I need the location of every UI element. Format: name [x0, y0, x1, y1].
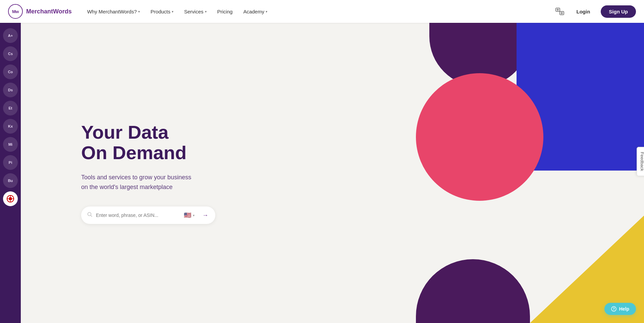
navbar-right: Login Sign Up: [554, 5, 636, 18]
hero-content: Your Data On Demand Tools and services t…: [21, 122, 215, 224]
sidebar-item-a[interactable]: A+: [3, 28, 18, 43]
sidebar-item-bu[interactable]: Bu: [3, 173, 18, 188]
sidebar-item-mi[interactable]: Mi: [3, 137, 18, 152]
signup-button[interactable]: Sign Up: [601, 5, 636, 18]
nav-links: Why MerchantWords? ▾ Products ▾ Services…: [83, 6, 554, 17]
login-button[interactable]: Login: [571, 6, 596, 17]
search-box: 🇺🇸 ▾ →: [81, 206, 215, 224]
sidebar-item-kx[interactable]: Kx: [3, 119, 18, 134]
sidebar-item-pixel[interactable]: [3, 191, 18, 206]
nav-why[interactable]: Why MerchantWords? ▾: [83, 6, 145, 17]
chevron-down-icon: ▾: [172, 10, 173, 13]
nav-products[interactable]: Products ▾: [146, 6, 178, 17]
sidebar: A+ Cs Co Ds Et Kx Mi Pi Bu: [0, 23, 21, 323]
chevron-down-icon: ▾: [138, 10, 140, 13]
flag-emoji: 🇺🇸: [184, 212, 191, 219]
svg-point-3: [9, 197, 12, 200]
chevron-down-icon: ▾: [205, 10, 207, 13]
sidebar-item-et[interactable]: Et: [3, 101, 18, 116]
shape-purple-bottom: [416, 259, 530, 323]
chevron-down-icon: ▾: [193, 214, 195, 217]
svg-text:?: ?: [613, 307, 615, 311]
flag-selector[interactable]: 🇺🇸 ▾: [182, 210, 197, 220]
main-content: Your Data On Demand Tools and services t…: [21, 23, 644, 323]
search-submit-button[interactable]: →: [200, 210, 211, 221]
hero-shapes: [389, 23, 644, 323]
search-icon: [87, 212, 93, 219]
nav-academy[interactable]: Academy ▾: [238, 6, 272, 17]
brand-logo[interactable]: Mw MerchantWords: [8, 4, 72, 19]
search-input[interactable]: [96, 213, 178, 218]
shape-pink-circle: [416, 73, 543, 201]
navbar: Mw MerchantWords Why MerchantWords? ▾ Pr…: [0, 0, 644, 23]
feedback-tab[interactable]: Feedback: [637, 147, 644, 176]
chevron-down-icon: ▾: [266, 10, 267, 13]
help-button[interactable]: ? Help: [604, 303, 636, 315]
sidebar-item-cs[interactable]: Cs: [3, 46, 18, 61]
hero-title: Your Data On Demand: [81, 122, 215, 163]
sidebar-item-co[interactable]: Co: [3, 64, 18, 79]
brand-name: MerchantWords: [26, 8, 72, 15]
translate-icon[interactable]: [554, 5, 566, 17]
nav-pricing[interactable]: Pricing: [213, 6, 237, 17]
sidebar-item-ds[interactable]: Ds: [3, 83, 18, 97]
logo-icon: Mw: [8, 4, 23, 19]
sidebar-item-pi[interactable]: Pi: [3, 155, 18, 170]
hero-subtitle: Tools and services to grow your business…: [81, 173, 215, 192]
nav-services[interactable]: Services ▾: [179, 6, 211, 17]
